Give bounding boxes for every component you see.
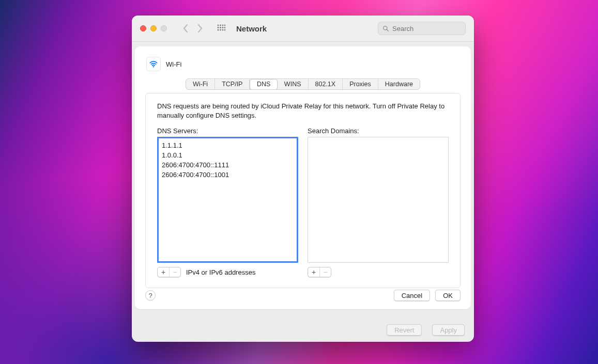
chevron-right-icon — [196, 24, 204, 33]
svg-point-7 — [224, 27, 225, 28]
close-icon[interactable] — [140, 25, 146, 31]
search-field[interactable] — [378, 22, 466, 35]
dns-servers-list[interactable]: 1.1.1.11.0.0.12606:4700:4700::11112606:4… — [157, 137, 298, 263]
tab-hardware[interactable]: Hardware — [378, 79, 420, 89]
nav-back-forward — [179, 22, 206, 35]
forward-button — [194, 22, 206, 35]
remove-search-domain-button: − — [319, 267, 331, 277]
svg-point-10 — [222, 29, 224, 31]
wifi-icon — [146, 57, 161, 71]
dns-server-entry[interactable]: 2606:4700:4700::1001 — [162, 170, 294, 180]
search-input[interactable] — [392, 25, 461, 33]
sheet-footer: ? Cancel OK — [145, 290, 461, 301]
dns-hint: IPv4 or IPv6 addresses — [186, 268, 255, 276]
search-domains-column: Search Domains: + − — [308, 127, 449, 277]
tab-proxies[interactable]: Proxies — [343, 79, 378, 89]
dns-add-remove: + − — [157, 267, 181, 277]
search-domains-label: Search Domains: — [308, 127, 449, 135]
grid-icon — [217, 24, 225, 33]
dns-servers-label: DNS Servers: — [157, 127, 298, 135]
dns-panel: DNS requests are being routed by iCloud … — [145, 93, 461, 288]
dns-servers-column: DNS Servers: 1.1.1.11.0.0.12606:4700:470… — [157, 127, 298, 277]
svg-point-1 — [220, 25, 221, 26]
svg-point-8 — [218, 29, 219, 31]
svg-point-4 — [218, 27, 219, 28]
minimize-icon[interactable] — [150, 25, 157, 31]
window-footer: Revert Apply — [132, 318, 474, 342]
preferences-window: Network Wi-Fi Wi-FiTCP/IPDNSWINS802.1XPr… — [132, 15, 474, 342]
svg-point-2 — [222, 25, 224, 26]
revert-button: Revert — [387, 324, 422, 336]
svg-point-3 — [224, 25, 225, 26]
svg-line-13 — [387, 29, 388, 31]
remove-dns-button: − — [169, 267, 180, 277]
dns-server-entry[interactable]: 1.1.1.1 — [162, 140, 294, 150]
show-all-button[interactable] — [216, 23, 227, 34]
advanced-sheet: Wi-Fi Wi-FiTCP/IPDNSWINS802.1XProxiesHar… — [135, 46, 471, 309]
private-relay-note: DNS requests are being routed by iCloud … — [157, 102, 449, 120]
dns-server-entry[interactable]: 2606:4700:4700::1111 — [162, 160, 294, 170]
interface-header: Wi-Fi — [146, 57, 461, 71]
ok-button[interactable]: OK — [435, 290, 461, 301]
svg-point-9 — [220, 29, 221, 31]
tab-wi-fi[interactable]: Wi-Fi — [186, 79, 215, 89]
tab-tcp-ip[interactable]: TCP/IP — [215, 79, 250, 89]
add-search-domain-button[interactable]: + — [308, 267, 319, 277]
search-icon — [382, 25, 389, 32]
search-domain-add-remove: + − — [308, 267, 331, 277]
tab-bar: Wi-FiTCP/IPDNSWINS802.1XProxiesHardware — [145, 78, 461, 90]
svg-point-14 — [153, 66, 154, 67]
search-domains-list[interactable] — [308, 137, 449, 263]
tab-wins[interactable]: WINS — [278, 79, 309, 89]
window-title: Network — [236, 24, 267, 33]
interface-name: Wi-Fi — [166, 60, 181, 68]
apply-button: Apply — [432, 324, 465, 336]
zoom-icon — [161, 25, 167, 31]
svg-point-11 — [224, 29, 225, 31]
svg-point-6 — [222, 27, 224, 28]
titlebar: Network — [132, 15, 474, 42]
help-button[interactable]: ? — [145, 290, 156, 300]
svg-point-0 — [218, 25, 219, 26]
traffic-lights — [140, 25, 167, 31]
svg-point-5 — [220, 27, 221, 28]
tab-dns[interactable]: DNS — [250, 79, 278, 90]
cancel-button[interactable]: Cancel — [394, 290, 430, 301]
back-button[interactable] — [179, 22, 192, 35]
dns-server-entry[interactable]: 1.0.0.1 — [162, 150, 294, 160]
chevron-left-icon — [182, 24, 189, 33]
tab-802-1x[interactable]: 802.1X — [309, 79, 343, 89]
add-dns-button[interactable]: + — [158, 267, 169, 277]
